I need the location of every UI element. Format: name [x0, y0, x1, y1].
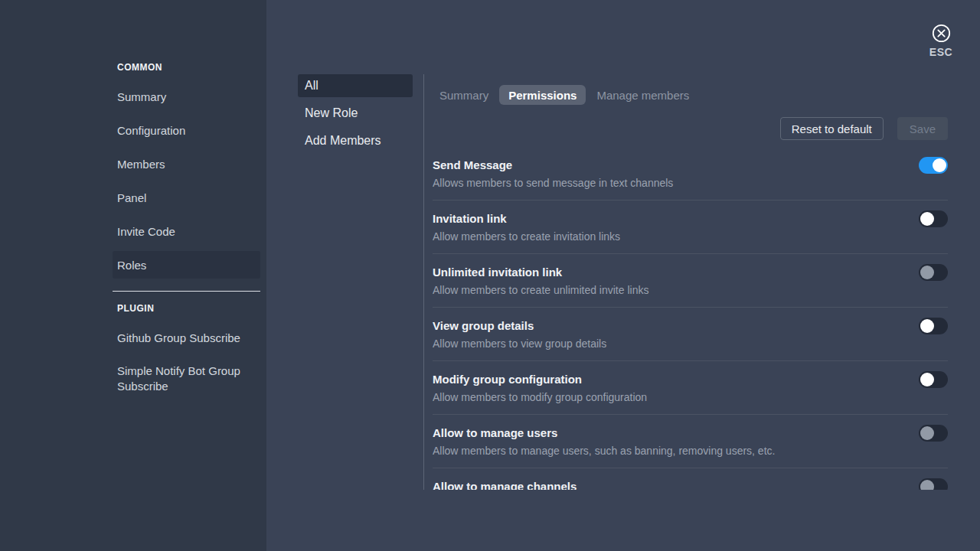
sidebar-item-label: Panel: [117, 191, 146, 204]
sidebar-divider: [113, 291, 260, 292]
view-group-details-toggle[interactable]: [919, 318, 948, 334]
toggle-knob: [920, 212, 934, 226]
permission-description: Allow members to create invitation links: [433, 230, 948, 243]
role-permissions-panel: Summary Permissions Manage members Reset…: [433, 0, 948, 490]
roles-list: All New Role Add Members: [298, 74, 413, 157]
sidebar-section-header-plugin: PLUGIN: [113, 301, 260, 316]
permission-description: Allow members to create unlimited invite…: [433, 283, 948, 297]
toggle-knob: [920, 426, 934, 440]
toggle-knob: [933, 158, 946, 172]
modify-group-configuration-toggle[interactable]: [919, 371, 948, 388]
close-button[interactable]: ESC: [926, 23, 956, 58]
invitation-link-toggle[interactable]: [919, 210, 948, 227]
permission-description: Allows members to send message in text c…: [433, 176, 948, 190]
sidebar-item-label: Configuration: [117, 124, 185, 137]
permission-description: Allow members to view group details: [433, 337, 948, 350]
settings-sidebar: COMMON Summary Configuration Members Pan…: [0, 0, 266, 551]
permission-row-unlimited-invitation-link: Unlimited invitation link Allow members …: [433, 254, 948, 308]
permissions-list: Send Message Allows members to send mess…: [433, 147, 948, 490]
permission-description: Allow members to modify group configurat…: [433, 390, 948, 404]
permission-row-send-message: Send Message Allows members to send mess…: [433, 147, 948, 201]
permission-row-view-group-details: View group details Allow members to view…: [433, 308, 948, 361]
sidebar-section-header-common: COMMON: [113, 60, 260, 75]
permission-title: Allow to manage users: [433, 415, 948, 440]
permission-title: Invitation link: [433, 201, 948, 226]
sidebar-nav: COMMON Summary Configuration Members Pan…: [113, 60, 260, 406]
role-item-all[interactable]: All: [298, 74, 413, 97]
sidebar-item-panel[interactable]: Panel: [113, 184, 260, 211]
sidebar-item-simple-notify-bot-group-subscribe[interactable]: Simple Notify Bot Group Subscribe: [113, 357, 260, 400]
sidebar-item-roles[interactable]: Roles: [113, 251, 260, 279]
circle-x-icon: [926, 23, 956, 44]
permission-row-invitation-link: Invitation link Allow members to create …: [433, 201, 948, 254]
tab-manage-members[interactable]: Manage members: [590, 85, 696, 105]
permission-title: Send Message: [433, 147, 948, 172]
sidebar-item-members[interactable]: Members: [113, 150, 260, 178]
allow-to-manage-channels-toggle: [919, 478, 948, 490]
toggle-knob: [920, 319, 934, 333]
send-message-toggle[interactable]: [919, 157, 948, 174]
permission-row-modify-group-configuration: Modify group configuration Allow members…: [433, 361, 948, 415]
role-item-add-members[interactable]: Add Members: [298, 129, 413, 152]
permission-title: Allow to manage channels: [433, 468, 948, 490]
tab-permissions[interactable]: Permissions: [499, 85, 586, 105]
sidebar-item-summary[interactable]: Summary: [113, 83, 260, 110]
actions-bar: Reset to default Save: [433, 117, 948, 140]
sidebar-item-label: Roles: [117, 259, 146, 272]
sidebar-item-label: Members: [117, 158, 165, 171]
permission-row-allow-to-manage-channels: Allow to manage channels: [433, 468, 948, 490]
permission-title: View group details: [433, 308, 948, 333]
permission-title: Unlimited invitation link: [433, 254, 948, 279]
role-item-label: New Role: [305, 106, 358, 120]
role-item-label: All: [305, 79, 318, 93]
sidebar-item-label: Simple Notify Bot Group Subscribe: [117, 364, 260, 394]
sidebar-item-configuration[interactable]: Configuration: [113, 116, 260, 144]
role-item-new-role[interactable]: New Role: [298, 102, 413, 125]
role-item-label: Add Members: [305, 134, 381, 148]
sidebar-item-label: Summary: [117, 90, 166, 103]
vertical-divider: [423, 74, 424, 490]
sidebar-item-label: Github Group Subscribe: [117, 331, 240, 344]
toggle-knob: [920, 373, 934, 386]
reset-to-default-button[interactable]: Reset to default: [780, 117, 884, 140]
tab-summary[interactable]: Summary: [433, 85, 495, 105]
save-button: Save: [897, 117, 948, 140]
unlimited-invitation-link-toggle: [919, 264, 948, 281]
sidebar-item-github-group-subscribe[interactable]: Github Group Subscribe: [113, 324, 260, 351]
sidebar-item-invite-code[interactable]: Invite Code: [113, 217, 260, 245]
esc-label: ESC: [926, 46, 956, 58]
sidebar-item-label: Invite Code: [117, 225, 175, 238]
permission-row-allow-to-manage-users: Allow to manage users Allow members to m…: [433, 415, 948, 468]
toggle-knob: [920, 266, 934, 279]
allow-to-manage-users-toggle: [919, 425, 948, 442]
permission-description: Allow members to manage users, such as b…: [433, 444, 948, 458]
role-tabs: Summary Permissions Manage members: [433, 85, 948, 105]
permission-title: Modify group configuration: [433, 361, 948, 386]
toggle-knob: [920, 480, 934, 490]
